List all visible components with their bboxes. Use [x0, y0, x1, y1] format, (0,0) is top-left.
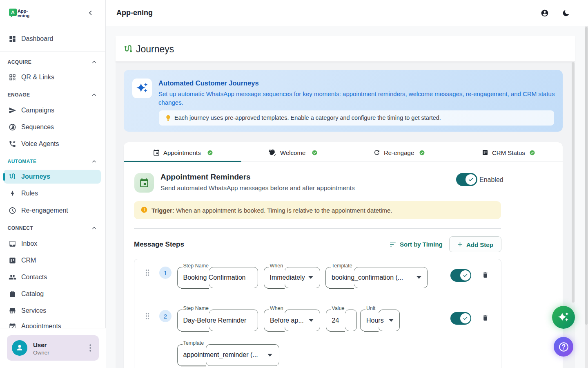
svg-text:A: A: [11, 9, 15, 16]
